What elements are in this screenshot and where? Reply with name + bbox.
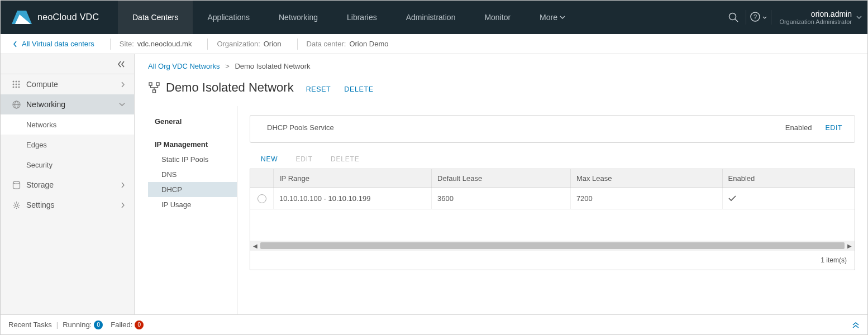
brand-logo-icon xyxy=(12,11,32,24)
detail-nav-ip-usage[interactable]: IP Usage xyxy=(148,197,237,212)
detail-nav: General IP Management Static IP Pools DN… xyxy=(148,106,237,314)
horizontal-scrollbar[interactable]: ◀ ▶ xyxy=(250,241,855,251)
sidebar-item-networks[interactable]: Networks xyxy=(1,114,134,135)
expand-tasks-button[interactable] xyxy=(852,322,860,328)
svg-rect-20 xyxy=(153,90,156,93)
svg-rect-19 xyxy=(156,83,159,85)
cell-max-lease: 7200 xyxy=(571,188,723,209)
sidebar-item-compute[interactable]: Compute xyxy=(1,74,134,94)
scroll-left-icon[interactable]: ◀ xyxy=(250,243,260,249)
cell-enabled xyxy=(723,188,855,209)
sidebar-item-settings[interactable]: Settings xyxy=(1,195,134,215)
edit-row-button: EDIT xyxy=(295,155,313,163)
sidebar-item-networking[interactable]: Networking xyxy=(1,94,134,114)
running-label: Running: xyxy=(63,320,92,329)
detail-row: General IP Management Static IP Pools DN… xyxy=(148,106,867,314)
context-org: Organization:Orion xyxy=(207,39,281,50)
scroll-thumb[interactable] xyxy=(260,242,845,249)
tab-more[interactable]: More xyxy=(525,1,580,34)
breadcrumb-current: Demo Isolated Network xyxy=(235,62,310,70)
body: Compute Networking Networks Edges Securi… xyxy=(1,54,867,314)
context-dc: Data center:Orion Demo xyxy=(297,39,389,50)
gear-icon xyxy=(12,200,21,209)
col-max-lease[interactable]: Max Lease xyxy=(571,169,723,188)
svg-point-12 xyxy=(18,87,20,88)
svg-rect-18 xyxy=(149,83,152,85)
cell-default-lease: 3600 xyxy=(432,188,571,209)
recent-tasks-label[interactable]: Recent Tasks xyxy=(8,320,52,329)
svg-point-0 xyxy=(729,13,736,20)
help-icon[interactable]: ? xyxy=(746,1,771,34)
brand[interactable]: neoCloud VDC xyxy=(1,1,118,34)
nav-tabs: Data Centers Applications Networking Lib… xyxy=(118,1,580,34)
col-enabled[interactable]: Enabled xyxy=(723,169,855,188)
search-icon[interactable] xyxy=(721,1,746,34)
svg-point-4 xyxy=(13,81,15,83)
detail-nav-dhcp[interactable]: DHCP xyxy=(148,182,237,197)
failed-count-badge: 0 xyxy=(135,320,144,329)
row-radio[interactable] xyxy=(250,188,274,209)
chevron-right-icon xyxy=(121,202,125,208)
sidebar-item-security[interactable]: Security xyxy=(1,155,134,175)
chevron-down-icon xyxy=(560,16,565,19)
top-nav: neoCloud VDC Data Centers Applications N… xyxy=(1,1,867,34)
dhcp-pools-table: IP Range Default Lease Max Lease Enabled… xyxy=(250,169,855,270)
tab-monitor[interactable]: Monitor xyxy=(470,1,525,34)
storage-icon xyxy=(12,180,21,189)
nav-right: ? orion.admin Organization Administrator xyxy=(721,1,867,34)
chevron-down-icon xyxy=(856,16,862,19)
svg-point-9 xyxy=(18,84,20,85)
svg-line-1 xyxy=(735,19,738,22)
detail-nav-dns[interactable]: DNS xyxy=(148,167,237,182)
user-role: Organization Administrator xyxy=(779,18,852,25)
table-empty-space xyxy=(250,209,855,241)
table-header: IP Range Default Lease Max Lease Enabled xyxy=(250,169,855,188)
tab-administration[interactable]: Administration xyxy=(392,1,470,34)
svg-point-8 xyxy=(16,84,17,85)
sidebar-collapse-button[interactable] xyxy=(1,54,134,74)
svg-point-5 xyxy=(16,81,17,83)
back-link[interactable]: All Virtual data centers xyxy=(13,40,94,48)
panel-status: Enabled xyxy=(785,123,812,132)
svg-point-7 xyxy=(13,84,15,85)
double-chevron-up-icon xyxy=(852,322,860,328)
network-icon xyxy=(148,82,160,94)
delete-button[interactable]: DELETE xyxy=(344,85,373,93)
panel-title: DHCP Pools Service xyxy=(267,123,334,132)
tab-networking[interactable]: Networking xyxy=(264,1,332,34)
sidebar-item-edges[interactable]: Edges xyxy=(1,135,134,155)
check-icon xyxy=(728,195,736,202)
chevron-left-icon xyxy=(13,41,17,47)
page-title: Demo Isolated Network xyxy=(166,80,294,95)
detail-nav-static-ip-pools[interactable]: Static IP Pools xyxy=(148,152,237,167)
tab-applications[interactable]: Applications xyxy=(193,1,264,34)
breadcrumb-parent[interactable]: All Org VDC Networks xyxy=(148,62,220,70)
col-default-lease[interactable]: Default Lease xyxy=(432,169,571,188)
sidebar-item-storage[interactable]: Storage xyxy=(1,175,134,195)
failed-label: Failed: xyxy=(111,320,132,329)
panel-header: DHCP Pools Service Enabled EDIT xyxy=(250,116,855,142)
detail-nav-general[interactable]: General xyxy=(148,114,237,129)
tab-libraries[interactable]: Libraries xyxy=(332,1,392,34)
col-select xyxy=(250,169,274,188)
table-row[interactable]: 10.10.10.100 - 10.10.10.199 3600 7200 xyxy=(250,188,855,209)
context-bar: All Virtual data centers Site:vdc.neoclo… xyxy=(1,34,867,54)
globe-icon xyxy=(12,100,21,109)
svg-point-10 xyxy=(13,87,15,88)
detail-nav-ip-management[interactable]: IP Management xyxy=(148,137,237,152)
edit-button[interactable]: EDIT xyxy=(826,124,842,132)
new-button[interactable]: NEW xyxy=(261,155,278,163)
table-actions: NEW EDIT DELETE xyxy=(261,155,855,163)
reset-button[interactable]: RESET xyxy=(306,85,331,93)
scroll-right-icon[interactable]: ▶ xyxy=(845,243,855,249)
context-site: Site:vdc.neocloud.mk xyxy=(110,39,192,50)
user-menu[interactable]: orion.admin Organization Administrator xyxy=(771,1,867,34)
table-footer: 1 item(s) xyxy=(250,251,855,270)
delete-row-button: DELETE xyxy=(331,155,359,163)
breadcrumb: All Org VDC Networks > Demo Isolated Net… xyxy=(148,62,867,70)
svg-point-11 xyxy=(16,87,17,88)
col-ip-range[interactable]: IP Range xyxy=(274,169,432,188)
running-count-badge: 0 xyxy=(94,320,103,329)
user-name: orion.admin xyxy=(811,9,852,18)
tab-data-centers[interactable]: Data Centers xyxy=(118,1,193,34)
